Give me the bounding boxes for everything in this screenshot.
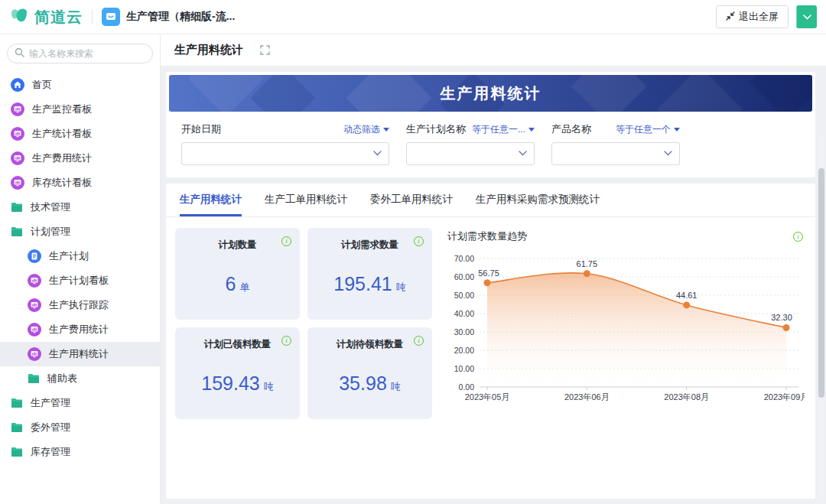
svg-text:20.00: 20.00: [454, 346, 474, 355]
info-icon[interactable]: i: [281, 236, 291, 246]
svg-text:50.00: 50.00: [454, 291, 474, 300]
sidebar-item-label: 委外管理: [31, 421, 70, 434]
svg-text:60.00: 60.00: [454, 272, 474, 281]
scrollbar-thumb[interactable]: [818, 168, 824, 398]
form-icon: [28, 249, 41, 263]
svg-text:56.75: 56.75: [478, 268, 499, 278]
top-bar: 简道云 生产管理（精细版-流... 退出全屏 安装模板(带数据): [0, 0, 826, 34]
sidebar-item[interactable]: 生产费用统计: [0, 317, 160, 342]
app-icon: [102, 8, 120, 26]
sidebar-item[interactable]: 生产管理: [0, 391, 160, 415]
page-title: 生产用料统计: [174, 43, 243, 57]
folder-icon: [28, 373, 40, 384]
install-template-split-button: 安装模板(带数据): [796, 5, 817, 28]
sidebar-search[interactable]: [7, 44, 153, 63]
stat-value: 6单: [175, 273, 300, 295]
sidebar-item-label: 库存统计看板: [32, 176, 92, 190]
info-icon[interactable]: i: [414, 236, 424, 246]
dashboard-icon: [11, 151, 24, 165]
caret-down-icon: [674, 128, 680, 132]
dashboard-icon: [28, 298, 41, 312]
install-dropdown-button[interactable]: [797, 5, 817, 28]
sidebar-item[interactable]: 生产执行跟踪: [0, 293, 160, 317]
app-title[interactable]: 生产管理（精细版-流...: [126, 10, 235, 24]
svg-text:44.61: 44.61: [676, 291, 698, 300]
chart-panel: 计划需求数量趋势 i 0.0010.0020.0030.0040.0050.00…: [443, 228, 805, 419]
stats-card: 生产用料统计生产工单用料统计委外工单用料统计生产用料采购需求预测统计 计划数量i…: [166, 184, 815, 499]
exit-fullscreen-icon: [726, 11, 735, 23]
sidebar: 首页生产监控看板生产统计看板生产费用统计库存统计看板技术管理计划管理生产计划生产…: [0, 34, 161, 504]
stat-value: 35.98吨: [307, 372, 432, 395]
dashboard-icon: [28, 274, 41, 288]
filter-select[interactable]: [406, 142, 535, 165]
brand-logo[interactable]: 简道云: [9, 5, 83, 28]
filters-row: 开始日期动态筛选生产计划名称等于任意一...产品名称等于任意一个: [169, 112, 812, 165]
sidebar-item[interactable]: 生产计划看板: [0, 268, 160, 293]
sidebar-item[interactable]: 生产计划: [0, 244, 160, 268]
filter-operator[interactable]: 等于任意一个: [616, 123, 680, 136]
filter-card: 生产用料统计 开始日期动态筛选生产计划名称等于任意一...产品名称等于任意一个: [166, 72, 815, 177]
stats-grid: 计划数量i6单计划需求数量i195.41吨计划已领料数量i159.43吨计划待领…: [175, 228, 432, 419]
sidebar-item[interactable]: 生产监控看板: [0, 97, 160, 122]
svg-text:2023年09月: 2023年09月: [764, 392, 805, 402]
tab-item[interactable]: 生产工单用料统计: [265, 184, 347, 216]
stat-value: 195.41吨: [307, 273, 432, 295]
caret-down-icon: [528, 128, 535, 132]
vertical-scrollbar[interactable]: [818, 134, 824, 502]
dashboard-scroll-area: 生产用料统计 开始日期动态筛选生产计划名称等于任意一...产品名称等于任意一个 …: [161, 67, 826, 504]
sidebar-item-label: 技术管理: [31, 200, 70, 214]
chevron-down-icon: [519, 151, 527, 156]
tabs-row: 生产用料统计生产工单用料统计委外工单用料统计生产用料采购需求预测统计: [166, 184, 815, 217]
filter-operator[interactable]: 等于任意一...: [472, 123, 535, 136]
folder-icon: [11, 202, 23, 213]
filter-label: 产品名称: [551, 122, 591, 136]
stat-card: 计划已领料数量i159.43吨: [175, 327, 300, 419]
filter-operator[interactable]: 动态筛选: [343, 123, 389, 136]
fullscreen-expand-icon[interactable]: [260, 45, 270, 55]
area-chart-svg: 0.0010.0020.0030.0040.0050.0060.0070.002…: [443, 248, 805, 410]
chevron-down-icon: [803, 15, 811, 20]
dashboard-icon: [11, 102, 24, 116]
exit-fullscreen-label: 退出全屏: [739, 10, 779, 24]
tab-active[interactable]: 生产用料统计: [180, 184, 242, 216]
svg-text:32.30: 32.30: [771, 313, 792, 322]
sidebar-item[interactable]: 库存管理: [0, 440, 160, 464]
stat-value: 159.43吨: [175, 372, 300, 395]
svg-text:10.00: 10.00: [454, 364, 474, 373]
sidebar-item[interactable]: 辅助表: [0, 366, 160, 391]
filter-item: 生产计划名称等于任意一...: [406, 122, 535, 165]
dashboard-icon: [11, 176, 24, 190]
brand-name: 简道云: [34, 7, 83, 28]
tab-item[interactable]: 委外工单用料统计: [370, 184, 453, 216]
svg-text:30.00: 30.00: [454, 327, 474, 337]
info-icon[interactable]: i: [281, 336, 291, 346]
sidebar-item[interactable]: 首页: [0, 73, 160, 97]
filter-select[interactable]: [551, 142, 680, 165]
chevron-down-icon: [373, 151, 382, 156]
sidebar-item-label: 生产计划看板: [49, 274, 109, 288]
sidebar-item-label: 生产用料统计: [49, 347, 109, 361]
exit-fullscreen-button[interactable]: 退出全屏: [716, 5, 789, 28]
sidebar-item[interactable]: 生产用料统计: [0, 342, 160, 366]
info-icon[interactable]: i: [793, 232, 803, 242]
sidebar-item-label: 首页: [32, 78, 52, 92]
sidebar-item[interactable]: 库存统计看板: [0, 171, 160, 195]
sidebar-item[interactable]: 生产费用统计: [0, 146, 160, 171]
stats-body: 计划数量i6单计划需求数量i195.41吨计划已领料数量i159.43吨计划待领…: [166, 217, 815, 419]
filter-select[interactable]: [181, 142, 389, 165]
search-input[interactable]: [29, 48, 148, 59]
main-area: 生产用料统计 生产用料统计 开始日期动态筛选生产计划名: [161, 34, 826, 504]
svg-text:2023年05月: 2023年05月: [465, 392, 510, 402]
sidebar-item-label: 生产计划: [49, 249, 89, 263]
sidebar-item[interactable]: 生产统计看板: [0, 122, 160, 146]
stat-card: 计划数量i6单: [175, 228, 300, 320]
sidebar-item[interactable]: 委外管理: [0, 415, 160, 440]
chevron-down-icon: [664, 151, 672, 156]
filter-item: 产品名称等于任意一个: [551, 122, 680, 165]
sidebar-item-label: 计划管理: [31, 225, 70, 239]
sidebar-item-label: 生产执行跟踪: [49, 298, 109, 312]
sidebar-item[interactable]: 计划管理: [0, 219, 160, 244]
tab-item[interactable]: 生产用料采购需求预测统计: [476, 184, 600, 216]
info-icon[interactable]: i: [414, 336, 424, 346]
sidebar-item[interactable]: 技术管理: [0, 195, 160, 219]
